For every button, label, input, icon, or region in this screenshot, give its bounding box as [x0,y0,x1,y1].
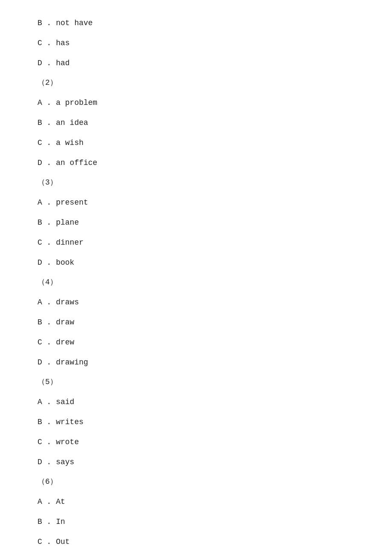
c-out: C . Out [37,536,355,548]
a-draws: A . draws [37,296,355,309]
d-had: D . had [37,57,355,69]
q6-label: （6） [37,476,355,488]
c-drew: C . drew [37,336,355,349]
c-has: C . has [37,37,355,49]
d-book: D . book [37,257,355,269]
b-not-have: B . not have [37,17,355,29]
a-at: A . At [37,496,355,508]
q4-label: （4） [37,276,355,289]
d-an-office: D . an office [37,157,355,169]
c-wrote: C . wrote [37,436,355,448]
b-an-idea: B . an idea [37,117,355,129]
q5-label: （5） [37,376,355,388]
b-draw: B . draw [37,316,355,329]
a-said: A . said [37,396,355,408]
a-present: A . present [37,197,355,209]
q3-label: （3） [37,176,355,189]
q2-label: （2） [37,77,355,89]
page-content: B . not haveC . hasD . had（2）A . a probl… [0,0,392,555]
b-writes: B . writes [37,416,355,428]
c-a-wish: C . a wish [37,137,355,149]
c-dinner: C . dinner [37,237,355,249]
b-plane: B . plane [37,217,355,229]
a-a-problem: A . a problem [37,97,355,109]
b-in: B . In [37,516,355,528]
d-says: D . says [37,456,355,468]
d-drawing: D . drawing [37,356,355,369]
